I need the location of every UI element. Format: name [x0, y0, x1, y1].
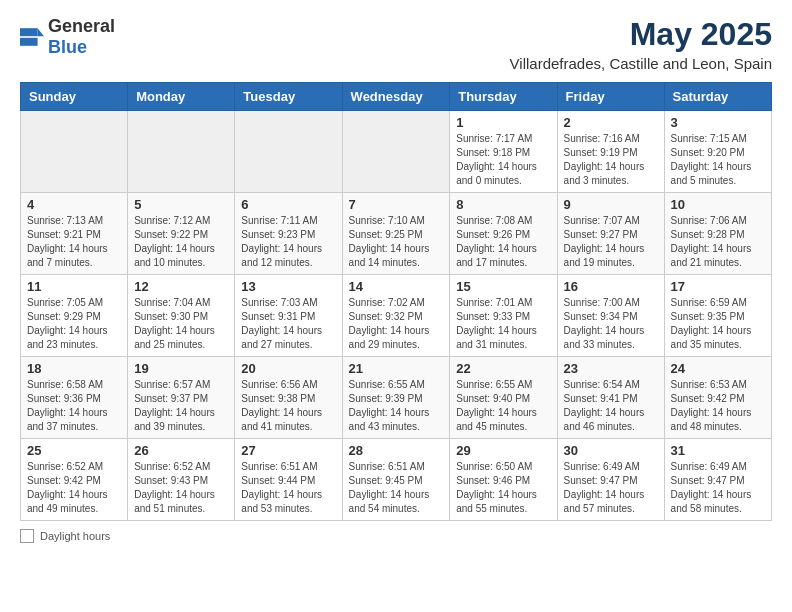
- day-info: Sunrise: 6:49 AM Sunset: 9:47 PM Dayligh…: [564, 460, 658, 516]
- day-cell: 11Sunrise: 7:05 AM Sunset: 9:29 PM Dayli…: [21, 275, 128, 357]
- col-header-sunday: Sunday: [21, 83, 128, 111]
- day-number: 24: [671, 361, 765, 376]
- day-info: Sunrise: 7:17 AM Sunset: 9:18 PM Dayligh…: [456, 132, 550, 188]
- day-number: 21: [349, 361, 444, 376]
- day-info: Sunrise: 7:10 AM Sunset: 9:25 PM Dayligh…: [349, 214, 444, 270]
- day-info: Sunrise: 7:08 AM Sunset: 9:26 PM Dayligh…: [456, 214, 550, 270]
- day-number: 27: [241, 443, 335, 458]
- col-header-friday: Friday: [557, 83, 664, 111]
- svg-marker-0: [38, 28, 44, 36]
- week-row-2: 4Sunrise: 7:13 AM Sunset: 9:21 PM Daylig…: [21, 193, 772, 275]
- day-cell: 25Sunrise: 6:52 AM Sunset: 9:42 PM Dayli…: [21, 439, 128, 521]
- logo-general: General: [48, 16, 115, 36]
- day-number: 8: [456, 197, 550, 212]
- day-info: Sunrise: 6:53 AM Sunset: 9:42 PM Dayligh…: [671, 378, 765, 434]
- day-cell: 18Sunrise: 6:58 AM Sunset: 9:36 PM Dayli…: [21, 357, 128, 439]
- day-info: Sunrise: 6:57 AM Sunset: 9:37 PM Dayligh…: [134, 378, 228, 434]
- day-info: Sunrise: 7:04 AM Sunset: 9:30 PM Dayligh…: [134, 296, 228, 352]
- day-info: Sunrise: 7:11 AM Sunset: 9:23 PM Dayligh…: [241, 214, 335, 270]
- day-info: Sunrise: 6:52 AM Sunset: 9:42 PM Dayligh…: [27, 460, 121, 516]
- svg-rect-1: [20, 28, 38, 36]
- day-cell: 12Sunrise: 7:04 AM Sunset: 9:30 PM Dayli…: [128, 275, 235, 357]
- day-info: Sunrise: 7:12 AM Sunset: 9:22 PM Dayligh…: [134, 214, 228, 270]
- day-number: 19: [134, 361, 228, 376]
- day-info: Sunrise: 7:00 AM Sunset: 9:34 PM Dayligh…: [564, 296, 658, 352]
- day-info: Sunrise: 6:51 AM Sunset: 9:44 PM Dayligh…: [241, 460, 335, 516]
- title-area: May 2025 Villardefrades, Castille and Le…: [510, 16, 772, 72]
- day-number: 23: [564, 361, 658, 376]
- day-info: Sunrise: 6:52 AM Sunset: 9:43 PM Dayligh…: [134, 460, 228, 516]
- day-number: 4: [27, 197, 121, 212]
- day-cell: 19Sunrise: 6:57 AM Sunset: 9:37 PM Dayli…: [128, 357, 235, 439]
- day-cell: 31Sunrise: 6:49 AM Sunset: 9:47 PM Dayli…: [664, 439, 771, 521]
- day-cell: 17Sunrise: 6:59 AM Sunset: 9:35 PM Dayli…: [664, 275, 771, 357]
- day-cell: 4Sunrise: 7:13 AM Sunset: 9:21 PM Daylig…: [21, 193, 128, 275]
- day-info: Sunrise: 7:02 AM Sunset: 9:32 PM Dayligh…: [349, 296, 444, 352]
- day-info: Sunrise: 7:06 AM Sunset: 9:28 PM Dayligh…: [671, 214, 765, 270]
- day-cell: [342, 111, 450, 193]
- day-cell: 5Sunrise: 7:12 AM Sunset: 9:22 PM Daylig…: [128, 193, 235, 275]
- day-number: 22: [456, 361, 550, 376]
- day-info: Sunrise: 7:01 AM Sunset: 9:33 PM Dayligh…: [456, 296, 550, 352]
- day-number: 29: [456, 443, 550, 458]
- day-number: 14: [349, 279, 444, 294]
- day-cell: [21, 111, 128, 193]
- col-header-saturday: Saturday: [664, 83, 771, 111]
- day-number: 7: [349, 197, 444, 212]
- day-number: 12: [134, 279, 228, 294]
- day-info: Sunrise: 7:03 AM Sunset: 9:31 PM Dayligh…: [241, 296, 335, 352]
- day-number: 31: [671, 443, 765, 458]
- legend-box: [20, 529, 34, 543]
- col-header-wednesday: Wednesday: [342, 83, 450, 111]
- day-number: 20: [241, 361, 335, 376]
- day-info: Sunrise: 6:49 AM Sunset: 9:47 PM Dayligh…: [671, 460, 765, 516]
- day-cell: 20Sunrise: 6:56 AM Sunset: 9:38 PM Dayli…: [235, 357, 342, 439]
- day-number: 6: [241, 197, 335, 212]
- day-cell: 24Sunrise: 6:53 AM Sunset: 9:42 PM Dayli…: [664, 357, 771, 439]
- day-number: 18: [27, 361, 121, 376]
- day-number: 28: [349, 443, 444, 458]
- day-number: 5: [134, 197, 228, 212]
- footer-legend: Daylight hours: [20, 529, 772, 543]
- day-info: Sunrise: 6:59 AM Sunset: 9:35 PM Dayligh…: [671, 296, 765, 352]
- week-row-4: 18Sunrise: 6:58 AM Sunset: 9:36 PM Dayli…: [21, 357, 772, 439]
- day-cell: 9Sunrise: 7:07 AM Sunset: 9:27 PM Daylig…: [557, 193, 664, 275]
- day-cell: 21Sunrise: 6:55 AM Sunset: 9:39 PM Dayli…: [342, 357, 450, 439]
- week-row-5: 25Sunrise: 6:52 AM Sunset: 9:42 PM Dayli…: [21, 439, 772, 521]
- day-cell: [235, 111, 342, 193]
- day-cell: 15Sunrise: 7:01 AM Sunset: 9:33 PM Dayli…: [450, 275, 557, 357]
- day-cell: 29Sunrise: 6:50 AM Sunset: 9:46 PM Dayli…: [450, 439, 557, 521]
- calendar-subtitle: Villardefrades, Castille and Leon, Spain: [510, 55, 772, 72]
- day-info: Sunrise: 7:13 AM Sunset: 9:21 PM Dayligh…: [27, 214, 121, 270]
- day-info: Sunrise: 7:05 AM Sunset: 9:29 PM Dayligh…: [27, 296, 121, 352]
- day-cell: 30Sunrise: 6:49 AM Sunset: 9:47 PM Dayli…: [557, 439, 664, 521]
- day-number: 11: [27, 279, 121, 294]
- day-info: Sunrise: 6:54 AM Sunset: 9:41 PM Dayligh…: [564, 378, 658, 434]
- week-row-3: 11Sunrise: 7:05 AM Sunset: 9:29 PM Dayli…: [21, 275, 772, 357]
- day-info: Sunrise: 7:15 AM Sunset: 9:20 PM Dayligh…: [671, 132, 765, 188]
- svg-rect-2: [20, 38, 38, 46]
- day-number: 15: [456, 279, 550, 294]
- day-cell: 23Sunrise: 6:54 AM Sunset: 9:41 PM Dayli…: [557, 357, 664, 439]
- day-number: 10: [671, 197, 765, 212]
- day-cell: 13Sunrise: 7:03 AM Sunset: 9:31 PM Dayli…: [235, 275, 342, 357]
- day-cell: 27Sunrise: 6:51 AM Sunset: 9:44 PM Dayli…: [235, 439, 342, 521]
- day-cell: 2Sunrise: 7:16 AM Sunset: 9:19 PM Daylig…: [557, 111, 664, 193]
- calendar-table: SundayMondayTuesdayWednesdayThursdayFrid…: [20, 82, 772, 521]
- day-info: Sunrise: 6:56 AM Sunset: 9:38 PM Dayligh…: [241, 378, 335, 434]
- day-cell: 7Sunrise: 7:10 AM Sunset: 9:25 PM Daylig…: [342, 193, 450, 275]
- logo: General Blue: [20, 16, 115, 58]
- header: General Blue May 2025 Villardefrades, Ca…: [20, 16, 772, 72]
- day-number: 16: [564, 279, 658, 294]
- day-cell: [128, 111, 235, 193]
- day-number: 26: [134, 443, 228, 458]
- day-number: 2: [564, 115, 658, 130]
- day-number: 13: [241, 279, 335, 294]
- day-number: 17: [671, 279, 765, 294]
- logo-blue: Blue: [48, 37, 87, 57]
- day-number: 1: [456, 115, 550, 130]
- day-number: 30: [564, 443, 658, 458]
- day-number: 3: [671, 115, 765, 130]
- day-cell: 1Sunrise: 7:17 AM Sunset: 9:18 PM Daylig…: [450, 111, 557, 193]
- legend-label: Daylight hours: [40, 530, 110, 542]
